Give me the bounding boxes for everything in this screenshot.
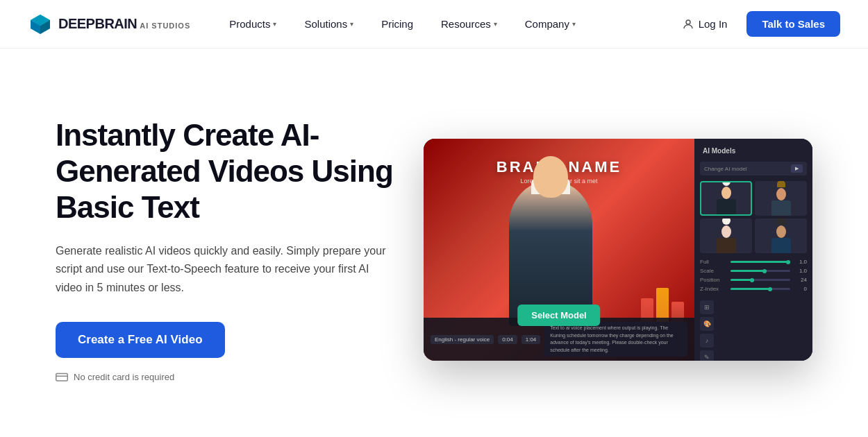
ctrl-val-zindex: 0 bbox=[793, 286, 807, 292]
navbar-left: DEEPBRAIN AI STUDIOS Products ▾ Solution… bbox=[28, 12, 587, 37]
mockup-container: BRAND NAME Lorem ipsum dolor sit a met bbox=[424, 139, 812, 361]
model-head-4 bbox=[776, 225, 786, 238]
model-figure-2 bbox=[755, 181, 807, 216]
ctrl-row-zindex: Z-Index 0 bbox=[700, 286, 807, 292]
model-body-2 bbox=[771, 200, 791, 216]
time-badge-1: 0:04 bbox=[498, 335, 517, 344]
ctrl-val-scale: 1.0 bbox=[793, 268, 807, 274]
time-badge-2: 1:04 bbox=[521, 335, 541, 344]
logo-subtitle: AI STUDIOS bbox=[140, 22, 190, 30]
chevron-down-icon: ▾ bbox=[350, 20, 353, 28]
select-model-button[interactable]: Select Model bbox=[517, 305, 600, 326]
navbar: DEEPBRAIN AI STUDIOS Products ▾ Solution… bbox=[0, 0, 868, 49]
ctrl-thumb-full bbox=[786, 260, 790, 264]
ctrl-row-full: Full 1.0 bbox=[700, 259, 807, 265]
model-figure-1 bbox=[701, 182, 751, 214]
model-thumb-4[interactable] bbox=[755, 218, 807, 253]
ctrl-fill-scale bbox=[731, 270, 767, 272]
model-body-1 bbox=[717, 199, 736, 214]
chevron-down-icon: ▾ bbox=[572, 20, 576, 28]
model-hair-4 bbox=[776, 218, 786, 225]
navbar-right: Log In Talk to Sales bbox=[674, 11, 840, 37]
ctrl-thumb-position bbox=[750, 278, 754, 282]
sidebar-icon-2[interactable]: 🎨 bbox=[700, 317, 714, 331]
hero-title: Instantly Create AI-Generated Videos Usi… bbox=[56, 117, 417, 225]
script-text: Text to ai voice placement where output … bbox=[544, 322, 687, 357]
model-thumb-2[interactable] bbox=[755, 181, 807, 216]
svg-rect-5 bbox=[56, 374, 68, 382]
ctrl-slider-position[interactable] bbox=[731, 279, 790, 281]
model-hair-2 bbox=[777, 181, 785, 187]
ctrl-thumb-scale bbox=[762, 269, 767, 273]
sidebar-icon-4[interactable]: ✎ bbox=[700, 350, 714, 361]
nav-item-resources[interactable]: Resources ▾ bbox=[430, 12, 508, 35]
model-hair-1 bbox=[722, 181, 731, 186]
change-model-icon[interactable]: ▶ bbox=[791, 164, 803, 173]
logo[interactable]: DEEPBRAIN AI STUDIOS bbox=[28, 12, 190, 37]
login-button[interactable]: Log In bbox=[674, 12, 736, 36]
nav-item-pricing[interactable]: Pricing bbox=[370, 12, 424, 35]
language-badge: English - regular voice bbox=[431, 335, 494, 344]
controls-panel: Full 1.0 Scale 1.0 bbox=[700, 259, 807, 292]
no-credit-notice: No credit card is required bbox=[56, 372, 417, 382]
ctrl-val-position: 24 bbox=[793, 277, 807, 283]
model-figure-4 bbox=[755, 218, 807, 253]
ctrl-slider-scale[interactable] bbox=[731, 270, 790, 272]
model-body-3 bbox=[717, 238, 736, 253]
logo-text: DEEPBRAIN AI STUDIOS bbox=[58, 16, 190, 32]
nav-item-solutions[interactable]: Solutions ▾ bbox=[293, 12, 365, 35]
change-model-row: Change AI model ▶ bbox=[700, 162, 807, 175]
ctrl-label-scale: Scale bbox=[700, 268, 728, 274]
model-head-3 bbox=[721, 225, 731, 238]
chevron-down-icon: ▾ bbox=[494, 20, 497, 28]
ctrl-row-scale: Scale 1.0 bbox=[700, 268, 807, 274]
sidebar-icon-1[interactable]: ⊞ bbox=[700, 300, 714, 314]
ctrl-row-position: Position 24 bbox=[700, 277, 807, 283]
logo-icon bbox=[28, 12, 53, 37]
chevron-down-icon: ▾ bbox=[273, 20, 276, 28]
video-area: BRAND NAME Lorem ipsum dolor sit a met bbox=[424, 139, 694, 361]
ctrl-thumb-zindex bbox=[768, 287, 772, 291]
ctrl-slider-zindex[interactable] bbox=[731, 288, 790, 290]
sidebar-icon-3[interactable]: ♪ bbox=[700, 334, 714, 348]
logo-brand: DEEPBRAIN bbox=[58, 16, 137, 32]
ctrl-label-zindex: Z-Index bbox=[700, 286, 728, 292]
svg-point-4 bbox=[686, 20, 690, 24]
model-head-2 bbox=[776, 188, 786, 200]
ctrl-fill-zindex bbox=[731, 288, 772, 290]
talk-to-sales-button[interactable]: Talk to Sales bbox=[746, 11, 840, 37]
change-model-label: Change AI model bbox=[704, 166, 788, 172]
model-figure-3 bbox=[700, 218, 752, 253]
panel-title: AI Models bbox=[700, 146, 807, 156]
user-icon bbox=[682, 18, 694, 31]
hero-left: Instantly Create AI-Generated Videos Usi… bbox=[56, 117, 417, 382]
presenter-head bbox=[533, 156, 568, 198]
ctrl-label-full: Full bbox=[700, 259, 728, 265]
credit-card-icon bbox=[56, 372, 68, 382]
ctrl-fill-full bbox=[731, 261, 790, 263]
nav-links: Products ▾ Solutions ▾ Pricing Resources… bbox=[218, 12, 587, 35]
ctrl-val-full: 1.0 bbox=[793, 259, 807, 265]
nav-item-products[interactable]: Products ▾ bbox=[218, 12, 287, 35]
nav-item-company[interactable]: Company ▾ bbox=[514, 12, 587, 35]
model-hair-3 bbox=[722, 218, 731, 225]
create-free-video-button[interactable]: Create a Free AI Video bbox=[56, 322, 225, 358]
hero-subtitle: Generate realistic AI videos quickly and… bbox=[56, 242, 389, 297]
hero-mockup: BRAND NAME Lorem ipsum dolor sit a met bbox=[424, 139, 812, 361]
model-body-4 bbox=[771, 238, 791, 253]
hero-section: Instantly Create AI-Generated Videos Usi… bbox=[0, 49, 868, 437]
model-thumb-3[interactable] bbox=[700, 218, 752, 253]
ctrl-label-position: Position bbox=[700, 277, 728, 283]
sidebar-panel: AI Models Change AI model ▶ bbox=[694, 139, 812, 361]
model-grid bbox=[700, 181, 807, 253]
model-thumb-1[interactable] bbox=[700, 181, 752, 216]
model-head-1 bbox=[721, 187, 731, 199]
ctrl-slider-full[interactable] bbox=[731, 261, 790, 263]
